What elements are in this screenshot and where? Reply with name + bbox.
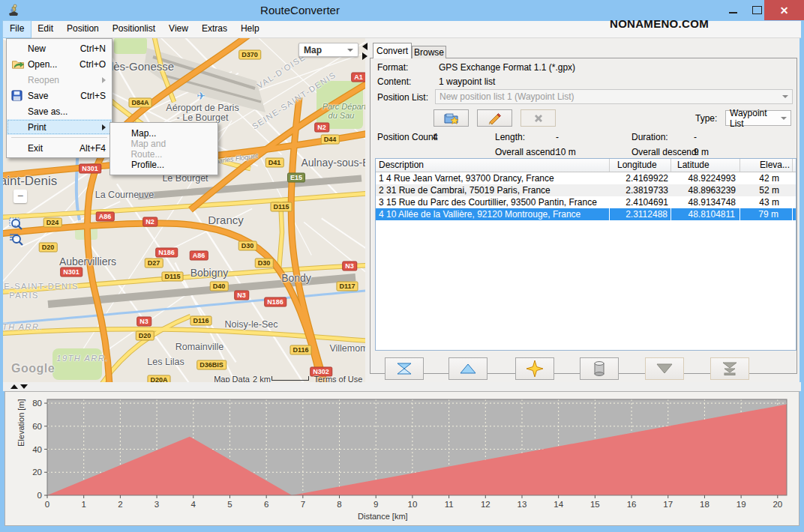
terms-of-use-link: Terms of Use — [314, 375, 363, 382]
svg-text:14: 14 — [554, 500, 563, 509]
table-row[interactable]: 1 4 Rue Jean Varnet, 93700 Drancy, Franc… — [376, 172, 796, 184]
column-header-description[interactable]: Description — [376, 159, 610, 172]
move-down-icon — [656, 363, 673, 374]
description-cell[interactable]: 1 4 Rue Jean Varnet, 93700 Drancy, Franc… — [376, 172, 610, 184]
latitude-cell[interactable]: 48.9224993 — [671, 172, 740, 184]
column-header-longitude[interactable]: Longitude — [610, 159, 671, 172]
elevation-cell[interactable]: 42 m — [740, 172, 793, 184]
duration-label: Duration: — [632, 132, 668, 142]
svg-text:4: 4 — [191, 500, 196, 509]
table-row[interactable]: 4 10 Allée de la Vallière, 92120 Montrou… — [376, 208, 796, 220]
move-to-top-button[interactable] — [385, 357, 424, 380]
table-row[interactable]: 2 31 Rue de Cambrai, 75019 Paris, France… — [376, 184, 796, 196]
format-label: Format: — [377, 62, 408, 73]
menu-item-open[interactable]: Open...Ctrl+O — [7, 56, 112, 72]
road-badge-n3: N3 — [136, 317, 152, 327]
svg-text:15: 15 — [590, 500, 600, 509]
menu-help[interactable]: Help — [234, 21, 266, 37]
magnifier-rect-icon — [9, 217, 24, 232]
minimize-button[interactable] — [722, 0, 744, 20]
table-header-row[interactable]: DescriptionLongitudeLatitudeEleva... — [376, 159, 796, 172]
table-row[interactable]: 3 15 Rue du Parc des Courtillier, 93500 … — [376, 196, 796, 208]
type-value: Waypoint List — [730, 108, 781, 129]
tab-convert[interactable]: Convert — [373, 43, 412, 58]
map-town-label: Les Lilas — [147, 357, 184, 367]
menu-item-label: Save as... — [28, 106, 68, 117]
zoom-to-selection-button[interactable] — [9, 217, 24, 232]
road-badge-d116: D116 — [290, 345, 311, 355]
zoom-history-button[interactable] — [9, 232, 24, 247]
position-list-combobox[interactable]: New position list 1 (Waypoint List) — [435, 89, 793, 104]
column-header-latitude[interactable]: Latitude — [671, 159, 740, 172]
chevron-down-icon — [347, 49, 353, 52]
menu-item-profile[interactable]: Profile... — [110, 157, 218, 172]
latitude-cell[interactable]: 48.8104811 — [671, 208, 740, 220]
splitter-down-arrow-icon[interactable] — [20, 384, 28, 389]
road-badge-n3: N3 — [342, 262, 357, 271]
menu-edit[interactable]: Edit — [31, 21, 60, 37]
submenu-arrow-icon — [88, 75, 106, 85]
move-bottom-icon — [720, 362, 740, 375]
elevation-cell[interactable]: 79 m — [740, 208, 793, 220]
length-label: Length: — [495, 132, 525, 142]
map-town-label: Noisy-le-Sec — [225, 319, 278, 330]
elevation-cell[interactable]: 43 m — [740, 196, 793, 208]
profile-splitter[interactable] — [3, 382, 801, 391]
delete-position-list-button[interactable] — [520, 109, 556, 127]
menu-item-map-and-route[interactable]: Map and Route... — [110, 141, 218, 157]
positions-table[interactable]: DescriptionLongitudeLatitudeEleva...1 4 … — [375, 158, 796, 351]
print-submenu: Map...Map and Route...Profile... — [110, 122, 218, 175]
road-badge-d30: D30 — [238, 241, 257, 251]
menu-item-save-as[interactable]: Save as... — [7, 103, 112, 119]
rename-position-list-button[interactable] — [477, 109, 512, 127]
menu-item-reopen[interactable]: Reopen — [7, 72, 112, 88]
map-data-attribution: Map Data — [214, 375, 250, 382]
svg-text:20: 20 — [772, 500, 782, 509]
close-button[interactable]: ✕ — [764, 0, 804, 20]
map-area-label: PARIS — [9, 291, 39, 300]
menu-item-print[interactable]: Print — [7, 119, 112, 135]
description-cell[interactable]: 2 31 Rue de Cambrai, 75019 Paris, France — [376, 184, 610, 196]
menu-item-save[interactable]: SaveCtrl+S — [7, 88, 112, 103]
menu-view[interactable]: View — [162, 21, 195, 37]
move-up-button[interactable] — [448, 357, 488, 380]
description-cell[interactable]: 3 15 Rue du Parc des Courtillier, 93500 … — [376, 196, 610, 208]
map-layer-dropdown[interactable]: Map — [298, 43, 358, 57]
type-combobox[interactable]: Waypoint List — [725, 110, 791, 126]
longitude-cell[interactable]: 2.3819733 — [610, 184, 671, 196]
position-count-label: Position Count: — [377, 132, 438, 142]
menu-positionlist[interactable]: Positionlist — [106, 21, 162, 37]
longitude-cell[interactable]: 2.4104691 — [610, 196, 671, 208]
map-town-label: Bobigny — [190, 267, 229, 279]
longitude-cell[interactable]: 2.4169922 — [610, 172, 671, 184]
latitude-cell[interactable]: 48.8963239 — [671, 184, 740, 196]
zoom-out-button[interactable]: − — [14, 190, 27, 203]
column-header-eleva[interactable]: Eleva... — [740, 159, 793, 172]
delete-position-button[interactable] — [580, 357, 619, 380]
longitude-cell[interactable]: 2.3112488 — [610, 208, 671, 220]
add-position-button[interactable] — [515, 357, 554, 380]
expand-panel-arrow-icon[interactable] — [362, 52, 368, 60]
new-position-list-button[interactable] — [434, 109, 469, 127]
svg-text:3: 3 — [154, 500, 159, 509]
menu-item-label: Print — [28, 122, 46, 133]
move-to-bottom-button[interactable] — [710, 357, 749, 380]
menu-position[interactable]: Position — [60, 21, 106, 37]
splitter-up-arrow-icon[interactable] — [10, 384, 18, 389]
menu-extras[interactable]: Extras — [195, 21, 234, 37]
collapse-map-arrow-icon[interactable] — [362, 43, 368, 50]
svg-text:2: 2 — [118, 500, 122, 509]
latitude-cell[interactable]: 48.9134748 — [671, 196, 740, 208]
description-cell[interactable]: 4 10 Allée de la Vallière, 92120 Montrou… — [376, 208, 610, 220]
menu-item-exit[interactable]: ExitAlt+F4 — [7, 140, 112, 156]
road-badge-d20: D20 — [136, 331, 154, 341]
elevation-cell[interactable]: 52 m — [740, 184, 793, 196]
menu-item-label: Save — [28, 91, 48, 101]
tab-browse[interactable]: Browse — [412, 46, 446, 58]
move-down-button[interactable] — [645, 357, 684, 380]
type-label: Type: — [695, 113, 717, 124]
menu-item-new[interactable]: NewCtrl+N — [7, 40, 112, 56]
map-area-label: TH ARR. — [3, 322, 43, 331]
map-town-label: Bondy — [281, 272, 311, 284]
menu-file[interactable]: File — [3, 21, 31, 37]
